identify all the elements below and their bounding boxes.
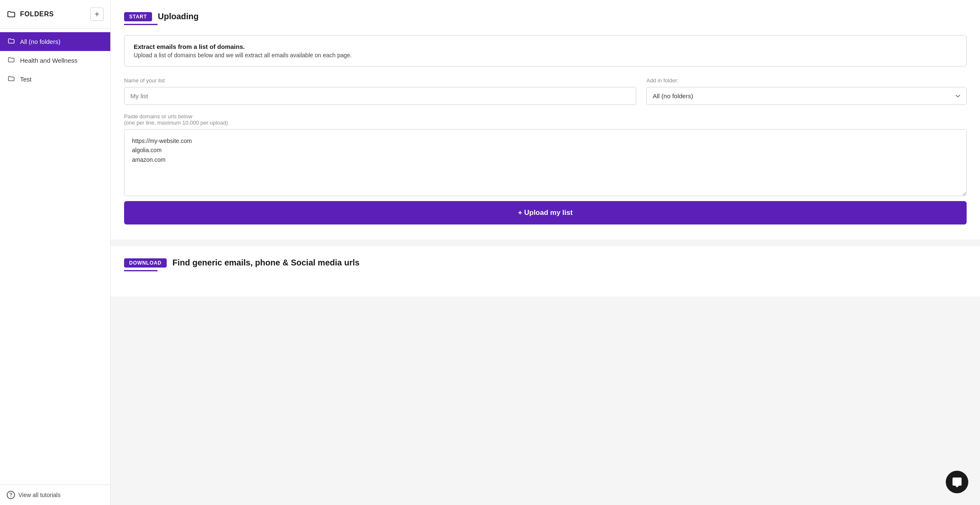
download-section: DOWNLOAD Find generic emails, phone & So… (111, 246, 980, 296)
sidebar-item-label-all: All (no folders) (20, 38, 61, 45)
folder-select[interactable]: All (no folders) Health and Wellness Tes… (646, 87, 967, 105)
upload-button[interactable]: + Upload my list (124, 201, 967, 224)
chat-bubble-button[interactable] (946, 471, 968, 493)
domains-label-block: Paste domains or urls below (one per lin… (124, 113, 967, 126)
uploading-title: Uploading (158, 12, 199, 21)
form-row-name-folder: Name of your list Add in folder: All (no… (124, 77, 967, 105)
sidebar: FOLDERS + All (no folders) Health and We… (0, 0, 111, 505)
tutorials-icon: ? (7, 491, 15, 499)
uploading-title-row: START Uploading (124, 12, 967, 21)
main-content: START Uploading Extract emails from a li… (111, 0, 980, 505)
uploading-underline (124, 24, 157, 25)
domains-label: Paste domains or urls below (124, 113, 967, 120)
uploading-section: START Uploading Extract emails from a li… (111, 0, 980, 240)
list-name-label: Name of your list (124, 77, 636, 84)
sidebar-header: FOLDERS + (0, 0, 110, 29)
tutorials-label: View all tutorials (18, 492, 61, 498)
view-tutorials-link[interactable]: ? View all tutorials (7, 491, 104, 499)
sidebar-items: All (no folders) Health and Wellness Tes… (0, 29, 110, 485)
sidebar-item-label-health: Health and Wellness (20, 57, 77, 64)
domains-sublabel: (one per line, maximum 10,000 per upload… (124, 120, 967, 126)
sidebar-item-label-test: Test (20, 76, 32, 83)
list-name-input[interactable] (124, 87, 636, 105)
download-title-row: DOWNLOAD Find generic emails, phone & So… (124, 258, 967, 268)
folder-group: Add in folder: All (no folders) Health a… (646, 77, 967, 105)
info-box-desc: Upload a list of domains below and we wi… (134, 52, 957, 59)
download-badge: DOWNLOAD (124, 258, 167, 268)
list-name-group: Name of your list (124, 77, 636, 105)
folder-icon-test (8, 75, 15, 84)
folder-label: Add in folder: (646, 77, 967, 84)
folder-open-icon (7, 10, 16, 19)
sidebar-title: FOLDERS (7, 10, 54, 19)
start-badge: START (124, 12, 152, 21)
info-box-uploading: Extract emails from a list of domains. U… (124, 35, 967, 66)
info-box-title: Extract emails from a list of domains. (134, 43, 957, 50)
sidebar-item-health-wellness[interactable]: Health and Wellness (0, 51, 110, 70)
sidebar-item-test[interactable]: Test (0, 70, 110, 89)
folder-icon-health (8, 56, 15, 65)
domains-textarea[interactable]: https://my-website.com algolia.com amazo… (124, 129, 967, 196)
sidebar-item-all-no-folders[interactable]: All (no folders) (0, 32, 110, 51)
add-folder-button[interactable]: + (90, 8, 104, 21)
folder-icon-all (8, 37, 15, 46)
download-title: Find generic emails, phone & Social medi… (173, 258, 360, 268)
upload-button-label: + Upload my list (518, 209, 573, 217)
sidebar-footer: ? View all tutorials (0, 485, 110, 505)
download-underline (124, 270, 157, 271)
chat-icon (952, 477, 962, 487)
